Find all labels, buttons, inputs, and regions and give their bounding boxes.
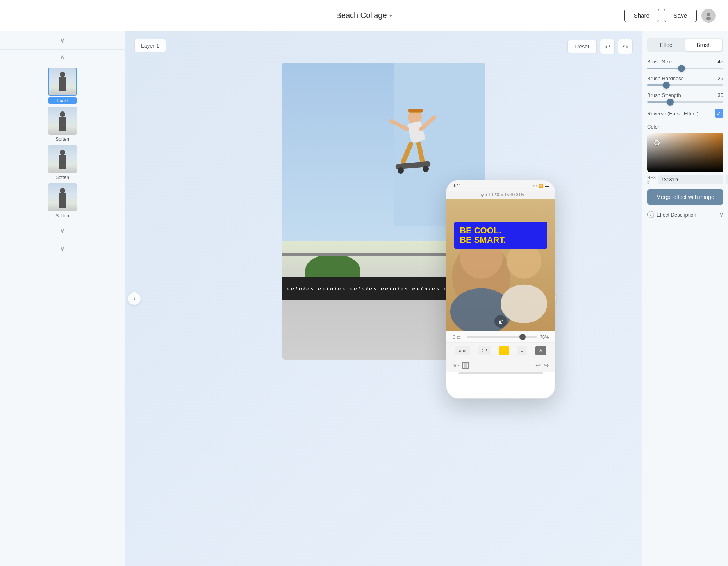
phone-time: 9:41: [453, 183, 461, 188]
brush-size-row: Brush Size 45: [647, 59, 723, 64]
brand-text: eetnies eetnies eetnies eetnies eetnies …: [287, 286, 472, 292]
phone-text-overlay[interactable]: BE COOL. BE SMART.: [454, 222, 547, 249]
layer-name-badge: Layer 1: [134, 39, 166, 52]
phone-tool-abc[interactable]: abc: [455, 346, 470, 355]
layer-label-1: Soften: [55, 136, 69, 142]
list-item: Soften: [6, 183, 118, 219]
svg-line-6: [391, 121, 407, 129]
svg-point-16: [507, 244, 541, 278]
tab-brush[interactable]: Brush: [685, 39, 723, 51]
hex-label: HEX #: [647, 175, 656, 184]
phone-nav-dot[interactable]: ·: [457, 362, 459, 369]
brush-hardness-thumb[interactable]: [663, 82, 670, 89]
phone-size-slider[interactable]: [467, 336, 537, 338]
undo-button[interactable]: ↩: [600, 39, 615, 54]
brush-strength-thumb[interactable]: [667, 99, 674, 106]
battery-icon: ▬: [545, 184, 549, 188]
effect-desc-left: i Effect Description: [647, 211, 696, 218]
color-picker-dot[interactable]: [654, 140, 660, 145]
opacity-input[interactable]: [726, 175, 728, 184]
effect-desc-label: Effect Description: [657, 212, 696, 218]
header: Beach Collage ▾ Share Save: [0, 0, 728, 31]
layer-thumbnail-2[interactable]: [48, 145, 77, 173]
phone-redo-icon[interactable]: ↪: [544, 362, 549, 369]
reset-button[interactable]: Reset: [567, 40, 597, 53]
signal-icon: ▪▪▪: [533, 184, 537, 188]
svg-rect-5: [407, 121, 426, 143]
title-chevron-icon[interactable]: ▾: [389, 13, 392, 19]
effect-desc-chevron[interactable]: ∨: [719, 211, 723, 218]
sidebar-collapse-bottom3[interactable]: ∨: [0, 240, 125, 258]
phone-tool-22[interactable]: 22: [478, 346, 491, 355]
hex-row: HEX #: [647, 175, 723, 184]
delete-icon[interactable]: 🗑: [494, 315, 507, 328]
phone-tool-lines[interactable]: ≡: [517, 346, 527, 355]
svg-point-11: [398, 167, 404, 174]
sidebar: ∨ ∧ Boost: [0, 31, 125, 566]
skater-figure: [376, 102, 446, 188]
brush-size-slider[interactable]: [647, 68, 723, 69]
brush-strength-value: 30: [718, 92, 723, 98]
brush-size-value: 45: [718, 59, 723, 64]
layer-thumbnail-3[interactable]: [48, 183, 77, 211]
canvas-toolbar-left: Layer 1: [134, 39, 166, 52]
phone-text-line2: BE SMART.: [460, 235, 542, 245]
brush-hardness-value: 25: [718, 75, 723, 81]
phone-color-swatch[interactable]: [499, 346, 509, 355]
color-section-label: Color: [647, 124, 723, 130]
layer-thumbnail-0[interactable]: [48, 68, 77, 96]
save-button[interactable]: Save: [664, 9, 697, 22]
list-item: Soften: [6, 145, 118, 180]
brush-hardness-slider[interactable]: [647, 84, 723, 86]
wifi-icon: 🛜: [539, 184, 543, 188]
phone-undo-icon[interactable]: ↩: [535, 362, 541, 369]
effect-description-row[interactable]: i Effect Description ∨: [647, 211, 723, 218]
hex-input[interactable]: [658, 175, 723, 184]
svg-point-17: [501, 285, 547, 323]
phone-size-label: Size: [453, 335, 464, 339]
info-icon: i: [647, 211, 654, 218]
header-center: Beach Collage ▾: [336, 11, 392, 20]
phone-toolbar: abc 22 ≡ A: [446, 342, 555, 358]
layer-thumbnail-1[interactable]: [48, 107, 77, 135]
phone-bottom-nav: ∨ · ↩ ↪: [446, 358, 555, 372]
brush-hardness-row: Brush Hardness 25: [647, 75, 723, 81]
color-picker[interactable]: [647, 133, 723, 172]
phone-frames-icon[interactable]: [462, 362, 469, 369]
canvas-nav-left[interactable]: ‹: [128, 292, 141, 305]
brush-strength-row: Brush Strength 30: [647, 92, 723, 98]
svg-point-12: [423, 166, 429, 172]
avatar[interactable]: [701, 9, 716, 23]
phone-nav-chevron-down[interactable]: ∨: [453, 362, 457, 369]
sidebar-collapse-bottom2[interactable]: ∨: [0, 222, 125, 240]
right-panel: Effect Brush Brush Size 45 Brush Hardnes…: [642, 31, 728, 566]
brush-strength-slider[interactable]: [647, 101, 723, 103]
phone-image-area: BE COOL. BE SMART. 🗑: [446, 199, 555, 331]
phone-size-thumb[interactable]: [519, 334, 526, 340]
sidebar-section-layers: ∧ Boost: [0, 49, 125, 222]
layer-label-3: Soften: [55, 213, 69, 219]
brush-size-thumb[interactable]: [678, 65, 685, 72]
brush-hardness-label: Brush Hardness: [647, 75, 683, 81]
phone-size-row: Size 76%: [446, 331, 555, 342]
redo-button[interactable]: ↪: [618, 39, 633, 54]
reverse-checkbox[interactable]: ✓: [715, 109, 723, 118]
reverse-row: Reverse (Earse Effect) ✓: [647, 109, 723, 118]
svg-line-7: [421, 117, 434, 129]
brush-size-fill: [647, 68, 682, 69]
share-button[interactable]: Share: [624, 9, 659, 22]
phone-tool-text[interactable]: A: [535, 346, 546, 355]
phone-layer-info: Layer 1 1200 x 1599 / 31%: [446, 191, 555, 199]
layer-items-list: Boost Soften: [0, 64, 125, 222]
sidebar-collapse-bottom[interactable]: ∨: [0, 31, 125, 49]
phone-nav-icons: ↩ ↪: [535, 362, 549, 369]
layer-label-2: Soften: [55, 175, 69, 180]
svg-line-9: [419, 144, 423, 162]
svg-rect-4: [408, 109, 423, 112]
phone-status-icons: ▪▪▪ 🛜 ▬: [533, 184, 549, 188]
brush-strength-label: Brush Strength: [647, 92, 681, 98]
merge-button[interactable]: Merge effect with image: [647, 189, 723, 205]
sidebar-section-toggle[interactable]: ∧: [0, 50, 125, 64]
tab-effect[interactable]: Effect: [648, 39, 685, 51]
list-item: Soften: [6, 107, 118, 142]
